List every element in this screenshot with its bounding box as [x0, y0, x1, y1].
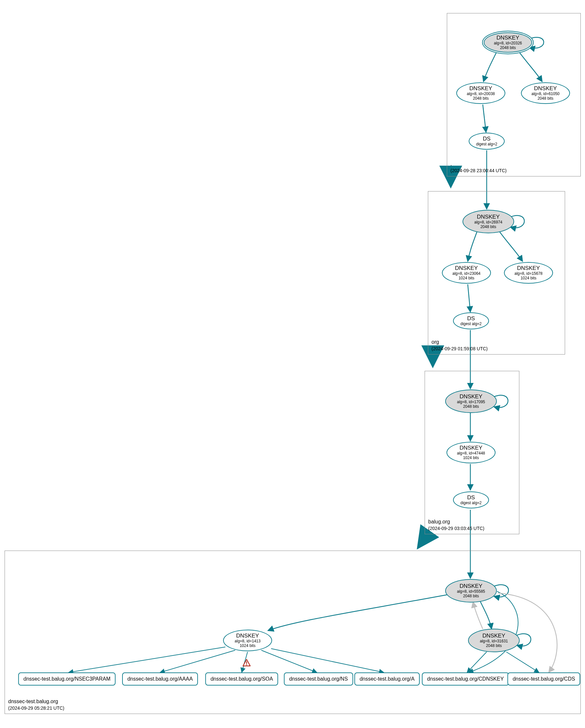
- record-aaaa: dnssec-test.balug.org/AAAA: [122, 672, 198, 685]
- zone-root-timestamp: (2024-09-28 23:00:44 UTC): [450, 167, 507, 174]
- node-dt-ksk: DNSKEY alg=8, id=55585 2048 bits: [445, 579, 497, 602]
- svg-point-1: [246, 664, 247, 665]
- node-dt-zsk: DNSKEY alg=8, id=1413 1024 bits: [223, 630, 272, 651]
- zone-balug-name: balug.org: [428, 519, 484, 525]
- zone-org-label: org (2024-09-29 01:59:08 UTC): [431, 339, 488, 352]
- zone-org-timestamp: (2024-09-29 01:59:08 UTC): [431, 346, 488, 352]
- zone-dnssec-test-timestamp: (2024-09-29 05:28:21 UTC): [8, 705, 64, 711]
- node-org-ksk: DNSKEY alg=8, id=26974 2048 bits: [462, 210, 514, 233]
- record-ns: dnssec-test.balug.org/NS: [284, 672, 353, 685]
- zone-balug-timestamp: (2024-09-29 03:03:45 UTC): [428, 525, 484, 531]
- record-cds: dnssec-test.balug.org/CDS: [507, 672, 580, 685]
- zone-dnssec-test-label: dnssec-test.balug.org (2024-09-29 05:28:…: [8, 698, 64, 711]
- zone-root-label: . (2024-09-28 23:00:44 UTC): [450, 161, 507, 174]
- warning-icon: [242, 659, 251, 667]
- node-balug-ds: DS digest alg=2: [453, 491, 489, 509]
- zone-org-name: org: [431, 339, 488, 346]
- node-root-ds: DS digest alg=2: [469, 133, 505, 150]
- node-org-ds: DS digest alg=2: [453, 312, 489, 329]
- node-root-zsk2: DNSKEY alg=8, id=61050 2048 bits: [521, 82, 570, 104]
- node-balug-zsk: DNSKEY alg=8, id=47448 1024 bits: [447, 442, 496, 463]
- zone-root-name: .: [450, 161, 507, 167]
- record-nsec3param: dnssec-test.balug.org/NSEC3PARAM: [18, 672, 116, 685]
- record-soa: dnssec-test.balug.org/SOA: [205, 672, 278, 685]
- record-cdnskey: dnssec-test.balug.org/CDNSKEY: [422, 672, 509, 685]
- node-org-zsk1: DNSKEY alg=8, id=23064 1024 bits: [442, 262, 491, 284]
- dnssec-chain-diagram: . (2024-09-28 23:00:44 UTC) org (2024-09…: [0, 0, 585, 728]
- zone-balug-label: balug.org (2024-09-29 03:03:45 UTC): [428, 519, 484, 531]
- node-root-zsk1: DNSKEY alg=8, id=20038 2048 bits: [456, 82, 505, 104]
- node-org-zsk2: DNSKEY alg=8, id=15678 1024 bits: [504, 262, 553, 284]
- node-root-ksk: DNSKEY alg=8, id=20326 2048 bits: [482, 31, 534, 54]
- node-dt-zsk2: DNSKEY alg=8, id=31631 2048 bits: [468, 629, 520, 652]
- record-a: dnssec-test.balug.org/A: [354, 672, 420, 685]
- zone-dnssec-test-name: dnssec-test.balug.org: [8, 698, 64, 705]
- node-balug-ksk: DNSKEY alg=8, id=17095 2048 bits: [445, 389, 497, 413]
